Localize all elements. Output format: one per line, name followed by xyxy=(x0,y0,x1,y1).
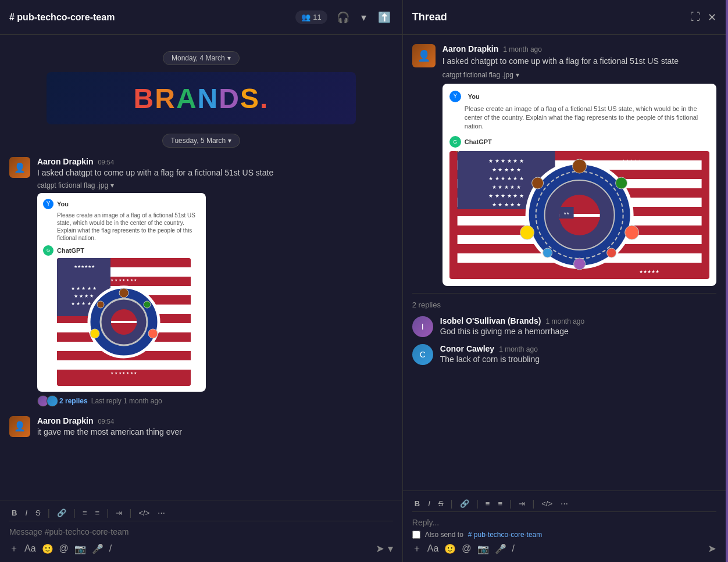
monday-separator: Monday, 4 March ▾ xyxy=(0,51,402,65)
right-indent-btn[interactable]: ⇥ xyxy=(516,498,527,509)
also-send-channel[interactable]: # pub-techco-core-team xyxy=(468,531,542,539)
right-send-btn[interactable]: ➤ xyxy=(708,543,716,554)
audio-btn[interactable]: 🎤 xyxy=(92,543,104,554)
unordered-list-btn[interactable]: ≡ xyxy=(93,507,102,518)
avatar-isobel: I xyxy=(412,316,433,337)
right-send-area: ➤ xyxy=(708,542,716,555)
also-send-label: Also send to xyxy=(425,531,463,539)
link-btn[interactable]: 🔗 xyxy=(55,507,69,518)
right-audio-btn[interactable]: 🎤 xyxy=(495,543,506,554)
left-bottom-actions: ＋ Aa 🙂 @ 📷 🎤 / ➤ ▾ xyxy=(9,540,393,555)
svg-point-17 xyxy=(119,288,129,298)
right-bottom-actions: ＋ Aa 🙂 @ 📷 🎤 / ➤ xyxy=(412,542,716,555)
svg-text:★ ★ ★ ★ ★ ★: ★ ★ ★ ★ ★ ★ xyxy=(488,176,524,181)
right-video-btn[interactable]: 📷 xyxy=(477,543,489,554)
separator-1: | xyxy=(48,508,50,518)
reply-header-isobel: Isobel O'Sullivan (Brands) 1 month ago xyxy=(440,316,716,325)
svg-text:★★★★★: ★★★★★ xyxy=(639,269,659,274)
mention-btn[interactable]: @ xyxy=(59,543,69,554)
file-text-1: catgpt fictional flag .jpg xyxy=(37,181,108,189)
right-ul-btn[interactable]: ≡ xyxy=(495,498,505,509)
right-mention-btn[interactable]: @ xyxy=(462,543,471,554)
chevron-down-icon[interactable]: ▾ xyxy=(359,9,369,26)
ordered-list-btn[interactable]: ≡ xyxy=(80,507,90,518)
plus-btn[interactable]: ＋ xyxy=(9,543,19,555)
video-btn[interactable]: 📷 xyxy=(74,543,86,554)
message-input[interactable] xyxy=(9,524,393,540)
replies-time-1: Last reply 1 month ago xyxy=(91,397,162,405)
italic-btn[interactable]: I xyxy=(23,507,30,518)
left-input-area: B I S | 🔗 | ≡ ≡ | ⇥ | </> ⋯ ＋ Aa 🙂 @ 📷 🎤… xyxy=(0,500,402,562)
tuesday-date-badge[interactable]: Tuesday, 5 March ▾ xyxy=(162,134,241,148)
emoji-btn[interactable]: 🙂 xyxy=(42,543,53,554)
channel-name[interactable]: # pub-techco-core-team xyxy=(9,12,115,23)
reply-header-conor: Conor Cawley 1 month ago xyxy=(440,344,716,353)
svg-point-18 xyxy=(144,301,151,308)
right-code-btn[interactable]: </> xyxy=(539,498,555,509)
reply-avatar-conor xyxy=(47,395,58,407)
reply-content-isobel: Isobel O'Sullivan (Brands) 1 month ago G… xyxy=(440,316,716,337)
expand-icon[interactable]: ⛶ xyxy=(690,11,701,23)
share-icon[interactable]: ⬆️ xyxy=(376,9,393,26)
separator-2: | xyxy=(73,508,76,518)
send-btn[interactable]: ➤ xyxy=(376,542,384,555)
avatar-conor: C xyxy=(412,344,433,365)
thread-op: 👤 Aaron Drapkin 1 month ago I asked chat… xyxy=(412,44,716,286)
reply-avatars-1 xyxy=(37,395,56,407)
header-actions: 👥 11 🎧 ▾ ⬆️ xyxy=(295,9,392,26)
format-btn[interactable]: Aa xyxy=(24,543,36,554)
strike-btn[interactable]: S xyxy=(33,507,43,518)
send-chevron[interactable]: ▾ xyxy=(388,542,393,555)
right-slash-btn[interactable]: / xyxy=(512,543,515,554)
preview-prompt-text: Please create an image of a flag of a fi… xyxy=(57,212,200,242)
separator-3: | xyxy=(106,508,109,518)
close-icon[interactable]: ✕ xyxy=(708,11,716,24)
right-ol-btn[interactable]: ≡ xyxy=(483,498,493,509)
more-btn[interactable]: ⋯ xyxy=(155,507,167,518)
chevron-down-tuesday: ▾ xyxy=(228,137,231,145)
right-format-btn[interactable]: Aa xyxy=(427,543,439,554)
thread-op-header: Aaron Drapkin 1 month ago xyxy=(442,44,716,53)
right-italic-btn[interactable]: I xyxy=(426,498,433,509)
member-badge[interactable]: 👥 11 xyxy=(295,10,327,24)
svg-rect-16 xyxy=(111,323,137,325)
replies-link-1[interactable]: 2 replies xyxy=(59,397,88,405)
right-header: Thread ⛶ ✕ xyxy=(403,0,726,35)
thread-file-label: catgpt fictional flag .jpg ▾ xyxy=(442,71,716,79)
bold-btn[interactable]: B xyxy=(9,507,19,518)
thread-op-name: Aaron Drapkin xyxy=(442,44,498,53)
right-message-input[interactable] xyxy=(412,514,716,531)
tuesday-date-label: Tuesday, 5 March xyxy=(171,137,226,145)
headphone-icon[interactable]: 🎧 xyxy=(334,9,352,26)
message-header-2: Aaron Drapkin 09:54 xyxy=(37,416,393,425)
preview-username: You xyxy=(57,201,69,207)
right-more-btn[interactable]: ⋯ xyxy=(558,498,570,509)
right-panel: Thread ⛶ ✕ 👤 Aaron Drapkin 1 month ago I… xyxy=(403,0,726,562)
svg-text:★ ★ ★ ★ ★: ★ ★ ★ ★ ★ xyxy=(491,202,520,207)
thread-file-chevron: ▾ xyxy=(516,71,519,79)
indent-btn[interactable]: ⇥ xyxy=(113,507,124,518)
preview-chatgpt-label: ChatGPT xyxy=(57,247,84,254)
brands-banner: BRANDS. xyxy=(47,72,356,124)
thread-chatgpt-label: ChatGPT xyxy=(465,138,492,145)
chevron-down-icon-date: ▾ xyxy=(227,54,231,62)
message-row-2: 👤 Aaron Drapkin 09:54 it gave me the mos… xyxy=(0,414,402,441)
preview-user-row: Y You xyxy=(43,199,200,209)
slash-btn[interactable]: / xyxy=(109,543,112,554)
right-emoji-btn[interactable]: 🙂 xyxy=(444,543,456,554)
message-header-1: Aaron Drapkin 09:54 xyxy=(37,157,393,166)
code-btn[interactable]: </> xyxy=(137,507,152,518)
svg-text:★★: ★★ xyxy=(563,212,569,215)
svg-text:★ ★ ★ ★ ★: ★ ★ ★ ★ ★ xyxy=(491,184,520,190)
chat-preview-1: Y You Please create an image of a flag o… xyxy=(37,193,206,392)
author-name-1: Aaron Drapkin xyxy=(37,157,93,166)
preview-chatgpt-row: G ChatGPT xyxy=(43,245,200,256)
monday-date-badge[interactable]: Monday, 4 March ▾ xyxy=(163,51,240,65)
reply-text-isobel: God this is giving me a hemorrhage xyxy=(440,327,716,336)
also-send-checkbox[interactable] xyxy=(412,531,420,539)
right-strike-btn[interactable]: S xyxy=(436,498,446,509)
left-header: # pub-techco-core-team 👥 11 🎧 ▾ ⬆️ xyxy=(0,0,402,35)
right-link-btn[interactable]: 🔗 xyxy=(458,498,472,509)
right-plus-btn[interactable]: ＋ xyxy=(412,543,422,555)
right-bold-btn[interactable]: B xyxy=(412,498,422,509)
